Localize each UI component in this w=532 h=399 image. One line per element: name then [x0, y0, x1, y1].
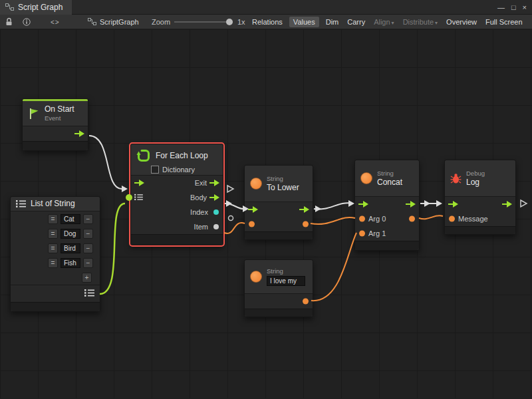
port-flow-out[interactable] — [299, 203, 309, 215]
remove-item-button[interactable]: − — [83, 229, 93, 239]
bug-icon — [450, 173, 462, 184]
node-header[interactable]: String — [245, 260, 313, 293]
string-circle-icon — [360, 172, 372, 184]
node-string-literal[interactable]: String — [244, 259, 313, 317]
wire-body-tolower — [225, 203, 243, 209]
node-title: Concat — [377, 178, 402, 187]
node-on-start[interactable]: On Start Event — [22, 98, 88, 151]
window-controls: — □ × — [497, 0, 527, 15]
lock-icon[interactable] — [5, 17, 13, 26]
wire-tolower-concat — [314, 203, 352, 209]
port-list-in[interactable] — [126, 194, 132, 201]
port-arg1-in[interactable] — [359, 231, 365, 237]
relations-button[interactable]: Relations — [250, 17, 285, 27]
info-icon[interactable] — [23, 18, 31, 26]
node-category: String — [267, 176, 299, 182]
remove-item-button[interactable]: − — [83, 258, 93, 268]
distribute-dropdown[interactable]: Distribute▾ — [401, 17, 440, 27]
overview-button[interactable]: Overview — [444, 17, 479, 27]
wire-arrowhead-icon — [436, 200, 442, 207]
list-item-field[interactable] — [61, 258, 80, 268]
drag-handle[interactable]: = — [48, 258, 58, 268]
port-label-exit: Exit — [195, 179, 207, 187]
node-header[interactable]: On Start Event — [23, 101, 88, 126]
graph-breadcrumb[interactable]: ScriptGraph — [88, 18, 139, 26]
node-header[interactable]: String Concat — [355, 160, 419, 196]
tab-title: Script Graph — [18, 3, 63, 12]
wire-tolower-arg0 — [311, 217, 355, 224]
port-value-out[interactable] — [303, 299, 309, 305]
list-item-field[interactable] — [61, 214, 80, 224]
node-header[interactable]: String To Lower — [245, 166, 313, 201]
port-flow-in[interactable] — [448, 198, 458, 210]
string-circle-icon — [250, 271, 262, 283]
node-title: To Lower — [267, 184, 299, 192]
maximize-button[interactable]: □ — [511, 3, 516, 11]
drag-handle[interactable]: = — [48, 243, 58, 253]
graph-icon — [88, 18, 96, 25]
dictionary-checkbox[interactable] — [151, 166, 159, 174]
node-list-of-string[interactable]: List of String = − = − = − = − — [10, 196, 100, 312]
wire-arrowhead-icon — [315, 205, 321, 212]
graph-canvas[interactable]: On Start Event List of String — [0, 29, 532, 398]
port-item-out[interactable] — [213, 224, 219, 229]
port-string-in[interactable] — [249, 221, 255, 227]
carry-button[interactable]: Carry — [345, 17, 367, 27]
node-title: Log — [466, 178, 485, 187]
add-item-button[interactable]: + — [82, 273, 92, 283]
unconnected-flow-icon — [227, 186, 233, 192]
remove-item-button[interactable]: − — [83, 214, 93, 224]
dropdown-arrow-icon: ▾ — [435, 20, 438, 26]
list-item-field[interactable] — [61, 229, 80, 239]
unconnected-value-icon — [229, 216, 233, 221]
port-exit-out[interactable] — [209, 177, 219, 189]
align-dropdown[interactable]: Align▾ — [372, 17, 396, 27]
zoom-slider-track[interactable] — [174, 21, 233, 23]
drag-handle[interactable]: = — [48, 214, 58, 224]
port-flow-out[interactable] — [502, 198, 512, 210]
zoom-slider[interactable] — [174, 18, 233, 26]
node-footer — [131, 234, 223, 245]
port-result-out[interactable] — [303, 221, 309, 227]
tab-script-graph[interactable]: Script Graph — [0, 0, 72, 15]
list-item-row: = − — [11, 255, 100, 270]
node-header[interactable]: Debug Log — [445, 160, 515, 196]
node-category: Debug — [466, 170, 485, 177]
port-flow-in[interactable] — [358, 198, 368, 210]
node-title: On Start — [45, 105, 74, 114]
port-flow-in[interactable] — [248, 203, 258, 215]
zoom-value: 1x — [237, 18, 245, 26]
node-title: For Each Loop — [156, 152, 208, 160]
list-icon — [134, 192, 143, 203]
port-flow-in[interactable] — [134, 177, 144, 189]
port-flow-out[interactable] — [406, 198, 416, 210]
port-list-out[interactable] — [84, 288, 94, 300]
port-flow-out[interactable] — [74, 128, 84, 140]
node-string-to-lower[interactable]: String To Lower — [244, 165, 313, 240]
port-result-out[interactable] — [409, 216, 415, 222]
minimize-button[interactable]: — — [497, 3, 505, 11]
code-icon[interactable]: <> — [51, 18, 60, 25]
string-value-field[interactable] — [267, 276, 305, 286]
toolbar-buttons: Relations Values Dim Carry Align▾ Distri… — [250, 17, 525, 27]
dim-button[interactable]: Dim — [324, 17, 341, 27]
node-header[interactable]: For Each Loop — [131, 144, 223, 164]
node-debug-log[interactable]: Debug Log Message — [444, 160, 516, 235]
flag-icon — [28, 108, 40, 120]
drag-handle[interactable]: = — [48, 229, 58, 239]
port-arg0-in[interactable] — [359, 216, 365, 222]
port-body-out[interactable] — [209, 192, 219, 203]
values-button[interactable]: Values — [289, 17, 319, 27]
port-label-body: Body — [190, 194, 207, 201]
zoom-slider-thumb[interactable] — [226, 19, 233, 25]
fullscreen-button[interactable]: Full Screen — [483, 17, 525, 27]
port-message-in[interactable] — [449, 216, 455, 222]
close-button[interactable]: × — [523, 3, 527, 11]
list-item-field[interactable] — [61, 243, 80, 253]
node-category: String — [267, 268, 305, 275]
remove-item-button[interactable]: − — [83, 243, 93, 253]
node-for-each-loop[interactable]: For Each Loop Dictionary Exit — [130, 144, 223, 245]
node-string-concat[interactable]: String Concat Arg 0 Arg 1 — [354, 160, 420, 251]
port-index-out[interactable] — [213, 209, 219, 215]
node-header[interactable]: List of String — [11, 197, 100, 211]
